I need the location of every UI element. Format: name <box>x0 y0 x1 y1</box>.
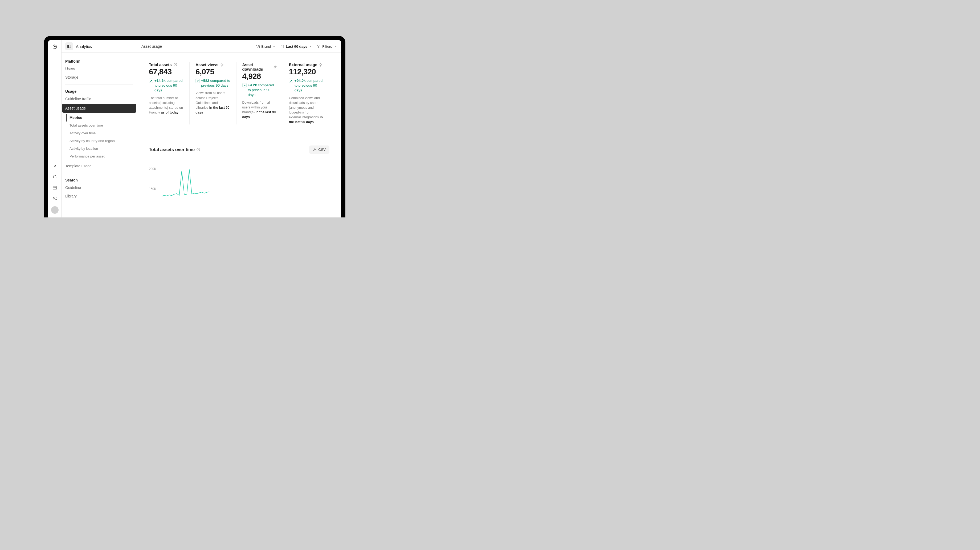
sidebar-subitem-metrics[interactable]: Metrics <box>66 114 133 121</box>
nav-divider <box>65 84 133 84</box>
metric-value: 112,320 <box>289 67 323 76</box>
metric-card-external-usage: External usage112,320↗+94.0k compared to… <box>283 62 329 124</box>
sidebar-item-users[interactable]: Users <box>65 64 133 73</box>
metric-value: 67,843 <box>149 67 183 76</box>
app-screen: Analytics PlatformUsersStorageUsageGuide… <box>48 40 341 217</box>
date-range-dropdown[interactable]: Last 90 days <box>280 45 312 48</box>
sidebar-item-storage[interactable]: Storage <box>65 73 133 81</box>
sidebar-collapse-button[interactable] <box>65 42 73 50</box>
expand-icon[interactable] <box>52 164 57 169</box>
brand-logo-icon[interactable] <box>52 44 57 49</box>
trend-up-icon: ↗ <box>196 79 200 83</box>
y-tick-label: 150K <box>149 187 156 191</box>
metric-delta: ↗+94.0k compared to previous 90 days <box>289 78 323 93</box>
svg-rect-4 <box>281 45 284 48</box>
nav-divider <box>65 173 133 173</box>
metric-delta: ↗+4.2k compared to previous 90 days <box>242 83 277 97</box>
y-tick-label: 200K <box>149 167 156 171</box>
metric-title: Asset downloads <box>242 62 277 72</box>
sidebar-subitem-activity-by-location[interactable]: Activity by location <box>70 145 133 152</box>
clock-icon <box>196 148 200 151</box>
sidebar-item-guideline[interactable]: Guideline <box>65 183 133 192</box>
metric-title: External usage <box>289 62 323 67</box>
metric-card-asset-downloads: Asset downloads4,928↗+4.2k compared to p… <box>236 62 283 124</box>
brand-dropdown[interactable]: Brand <box>256 45 275 48</box>
metric-card-asset-views: Asset views6,075↗+582 compared to previo… <box>189 62 236 124</box>
metric-description: Views from all users across Projects, Gu… <box>196 91 230 115</box>
chevron-down-icon <box>309 45 312 48</box>
chevron-down-icon <box>334 45 337 48</box>
date-range-label: Last 90 days <box>286 45 307 48</box>
sidebar-item-asset-usage[interactable]: Asset usage <box>62 104 136 113</box>
metric-description: Combined views and downloads by users (a… <box>289 96 323 125</box>
trend-up-icon: ↗ <box>289 79 293 83</box>
svg-point-3 <box>257 46 258 47</box>
chart-line <box>159 161 329 206</box>
sidebar-title: Analytics <box>76 44 92 49</box>
metric-delta: ↗+582 compared to previous 90 days <box>196 78 230 88</box>
topbar: Asset usage Brand Last 90 days Filt <box>137 40 341 53</box>
sidebar-subitem-performance-per-asset[interactable]: Performance per asset <box>70 152 133 160</box>
nav-heading: Platform <box>65 57 133 64</box>
filters-dropdown[interactable]: Filters <box>317 45 337 48</box>
nav-heading: Usage <box>65 87 133 95</box>
chart-section: Total assets over time CSV 200K 150K <box>137 136 341 206</box>
metric-card-total-assets: Total assets67,843↗+14.6k compared to pr… <box>149 62 189 124</box>
sidebar-subitem-activity-over-time[interactable]: Activity over time <box>70 129 133 137</box>
metric-delta: ↗+14.6k compared to previous 90 days <box>149 78 183 93</box>
csv-label: CSV <box>318 148 326 151</box>
sidebar-header: Analytics <box>62 40 137 53</box>
download-icon <box>313 148 317 151</box>
sidebar-item-template-usage[interactable]: Template usage <box>65 162 133 170</box>
breadcrumb: Asset usage <box>142 44 162 48</box>
main: Asset usage Brand Last 90 days Filt <box>137 40 341 217</box>
clock-icon <box>173 63 177 67</box>
bolt-icon <box>319 63 323 67</box>
left-rail <box>48 40 62 217</box>
chart-title: Total assets over time <box>149 147 200 152</box>
metrics-row: Total assets67,843↗+14.6k compared to pr… <box>137 53 341 136</box>
sidebar-item-library[interactable]: Library <box>65 192 133 200</box>
metric-description: Downloads from all users within your bra… <box>242 100 277 120</box>
users-icon[interactable] <box>52 196 57 201</box>
brand-dropdown-label: Brand <box>261 45 271 48</box>
bell-icon[interactable] <box>52 174 57 180</box>
sidebar-subitem-total-assets-over-time[interactable]: Total assets over time <box>70 121 133 129</box>
metric-title: Asset views <box>196 62 230 67</box>
device-frame: Analytics PlatformUsersStorageUsageGuide… <box>44 36 345 217</box>
metric-value: 6,075 <box>196 67 230 76</box>
trend-up-icon: ↗ <box>149 79 153 83</box>
store-icon[interactable] <box>52 185 57 190</box>
bolt-icon <box>273 65 277 69</box>
chart-area: 200K 150K <box>149 161 329 206</box>
filters-label: Filters <box>322 45 332 48</box>
metric-value: 4,928 <box>242 72 277 81</box>
metric-description: The total number of assets (excluding at… <box>149 96 183 115</box>
svg-point-0 <box>54 197 55 198</box>
trend-up-icon: ↗ <box>242 83 247 88</box>
nav-heading: Search <box>65 176 133 183</box>
avatar[interactable] <box>51 206 59 214</box>
sidebar-subitem-activity-by-country-and-region[interactable]: Activity by country and region <box>70 137 133 145</box>
chevron-down-icon <box>272 45 275 48</box>
sidebar: Analytics PlatformUsersStorageUsageGuide… <box>62 40 137 217</box>
nav-sub: MetricsTotal assets over timeActivity ov… <box>66 114 133 160</box>
metric-title: Total assets <box>149 62 183 67</box>
content: Total assets67,843↗+14.6k compared to pr… <box>137 53 341 217</box>
bolt-icon <box>220 63 224 67</box>
sidebar-item-guideline-traffic[interactable]: Guideline traffic <box>65 95 133 103</box>
svg-rect-2 <box>68 45 69 48</box>
export-csv-button[interactable]: CSV <box>309 145 329 154</box>
